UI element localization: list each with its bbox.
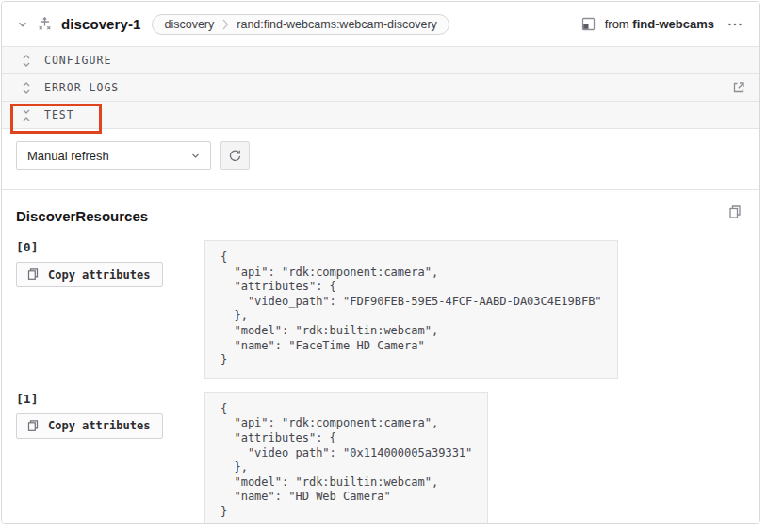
result-json: { "api": "rdk:component:camera", "attrib… [204,392,488,524]
resource-card: discovery-1 discovery rand:find-webcams:… [1,1,760,524]
result-index: [1] [16,392,204,406]
copy-icon [26,419,40,433]
chevron-down-icon[interactable] [17,19,28,30]
refresh-controls: Manual refresh [2,129,759,181]
open-in-new-icon[interactable] [732,81,745,94]
result-index: [0] [16,240,204,254]
from-module-label: from find-webcams [605,17,714,31]
header-left: discovery-1 discovery rand:find-webcams:… [17,14,581,35]
unfold-more-icon [21,54,32,68]
copy-attributes-button[interactable]: Copy attributes [16,413,163,439]
unfold-less-icon [21,108,32,122]
chevron-right-icon [221,19,229,30]
panel-header: DiscoverResources [16,208,744,224]
refresh-mode-value: Manual refresh [27,149,109,163]
discover-resources-panel: DiscoverResources [0] Copy attributes [2,190,759,524]
more-options-button[interactable] [724,18,746,31]
result-entry: [1] Copy attributes { "api": "rdk:compon… [16,392,744,524]
method-name: DiscoverResources [16,208,148,224]
badge-type: discovery [164,18,214,31]
copy-all-icon[interactable] [727,204,743,223]
section-configure[interactable]: CONFIGURE [2,46,759,73]
module-icon [581,17,596,31]
refresh-mode-select[interactable]: Manual refresh [16,141,211,170]
refresh-button[interactable] [220,141,250,170]
section-test[interactable]: TEST [2,101,759,128]
discovery-icon [37,16,53,32]
result-entry-left: [1] Copy attributes [16,392,204,439]
copy-attributes-label: Copy attributes [48,268,150,282]
resource-type-badge: discovery rand:find-webcams:webcam-disco… [152,14,449,35]
result-entry: [0] Copy attributes { "api": "rdk:compon… [16,240,744,379]
chevron-down-icon [190,151,201,161]
resource-card-header: discovery-1 discovery rand:find-webcams:… [2,2,759,46]
result-json: { "api": "rdk:component:camera", "attrib… [204,240,618,379]
unfold-more-icon [21,81,32,95]
result-entry-left: [0] Copy attributes [16,240,204,287]
copy-attributes-label: Copy attributes [48,419,150,432]
copy-icon [26,267,40,282]
section-test-label: TEST [44,108,74,121]
section-configure-label: CONFIGURE [44,54,111,67]
resource-title: discovery-1 [61,16,140,32]
header-right: from find-webcams [581,17,746,31]
badge-model: rand:find-webcams:webcam-discovery [237,18,437,31]
copy-attributes-button[interactable]: Copy attributes [16,262,163,287]
section-error-logs-label: ERROR LOGS [44,81,119,94]
section-error-logs[interactable]: ERROR LOGS [2,73,759,101]
test-section-content: Manual refresh DiscoverResources [2,128,759,524]
from-module-name: find-webcams [632,17,714,31]
